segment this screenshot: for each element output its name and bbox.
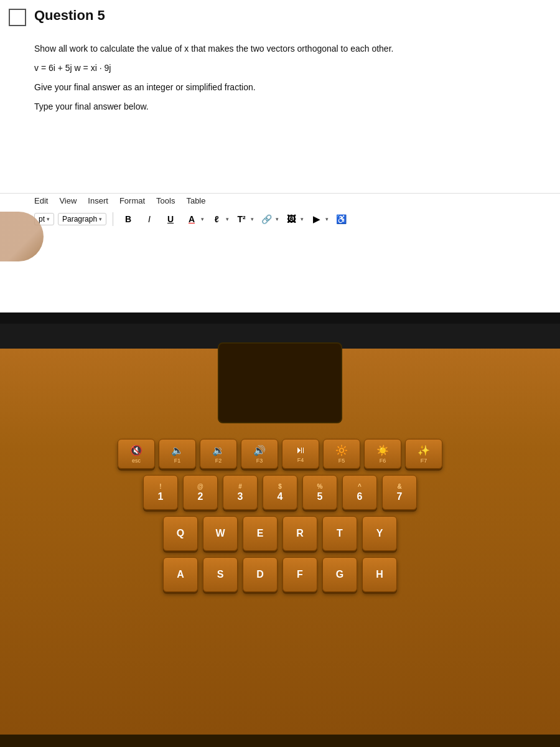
key-f1[interactable]: 🔈 F1 xyxy=(159,439,196,469)
instruction-line3: Give your final answer as an integer or … xyxy=(34,81,541,94)
number-key-row: ! 1 @ 2 # 3 $ 4 % 5 ^ 6 xyxy=(12,475,548,510)
menu-format[interactable]: Format xyxy=(119,196,145,205)
key-5[interactable]: % 5 xyxy=(302,475,337,510)
toolbar-area: Edit View Insert Format Tools Table pt ▾… xyxy=(34,196,554,228)
math-vectors: v = 6i + 5j w = xi · 9j xyxy=(34,62,541,75)
key-2[interactable]: @ 2 xyxy=(183,475,218,510)
accessibility-button[interactable]: ♿ xyxy=(332,210,350,228)
underline-button[interactable]: U xyxy=(162,210,179,228)
key-f3[interactable]: 🔊 F3 xyxy=(241,439,278,469)
fn-key-row: 🔇 esc 🔈 F1 🔉 F2 🔊 F3 ⏯ F4 🔆 F5 xyxy=(12,439,548,469)
text-color-chevron-icon: ▾ xyxy=(201,216,204,222)
mute-icon: 🔇 xyxy=(130,444,142,456)
paragraph-value: Paragraph xyxy=(62,215,97,223)
key-g[interactable]: G xyxy=(322,557,357,592)
keyboard-icon: ✨ xyxy=(418,444,430,456)
volume-icon: 🔉 xyxy=(212,444,225,456)
finger-hint xyxy=(0,212,44,261)
font-size-value: pt xyxy=(39,215,45,223)
key-1[interactable]: ! 1 xyxy=(143,475,178,510)
toolbar-divider xyxy=(0,193,560,194)
format-bar: pt ▾ Paragraph ▾ B I U A ▾ ℓ xyxy=(34,210,554,228)
key-3[interactable]: # 3 xyxy=(223,475,258,510)
laptop-body: 🔇 esc 🔈 F1 🔉 F2 🔊 F3 ⏯ F4 🔆 F5 xyxy=(0,324,560,735)
asdf-key-row: A S D F G H xyxy=(12,557,548,592)
menu-tools[interactable]: Tools xyxy=(156,196,175,205)
toolbar-separator-1 xyxy=(113,212,113,226)
highlight-dropdown[interactable]: ℓ ▾ xyxy=(208,210,229,228)
key-f7[interactable]: ✨ F7 xyxy=(405,439,442,469)
key-q[interactable]: Q xyxy=(163,516,198,551)
key-7[interactable]: & 7 xyxy=(382,475,417,510)
touchpad[interactable] xyxy=(218,342,342,423)
key-h[interactable]: H xyxy=(362,557,397,592)
superscript-label: T² xyxy=(233,210,250,228)
paragraph-dropdown[interactable]: Paragraph ▾ xyxy=(58,213,106,225)
key-f[interactable]: F xyxy=(282,557,317,592)
highlight-icon: ℓ xyxy=(208,210,225,228)
more-icon: ▶ xyxy=(307,210,325,228)
image-icon: 🖼 xyxy=(282,210,300,228)
link-chevron-icon: ▾ xyxy=(276,216,279,222)
key-w[interactable]: W xyxy=(203,516,238,551)
key-4[interactable]: $ 4 xyxy=(263,475,297,510)
key-f4[interactable]: ⏯ F4 xyxy=(282,439,319,469)
key-s[interactable]: S xyxy=(203,557,238,592)
paragraph-chevron-icon: ▾ xyxy=(99,216,102,222)
text-color-a-label: A xyxy=(183,210,200,228)
key-t[interactable]: T xyxy=(322,516,357,551)
menu-table[interactable]: Table xyxy=(186,196,205,205)
more-chevron-icon: ▾ xyxy=(325,216,329,222)
key-y[interactable]: Y xyxy=(362,516,397,551)
keyboard: 🔇 esc 🔈 F1 🔉 F2 🔊 F3 ⏯ F4 🔆 F5 xyxy=(0,439,560,598)
brightness-icon: ☀️ xyxy=(376,444,389,456)
image-dropdown[interactable]: 🖼 ▾ xyxy=(282,210,304,228)
menu-view[interactable]: View xyxy=(59,196,77,205)
brightness-low-icon: 🔆 xyxy=(335,444,348,456)
bold-button[interactable]: B xyxy=(119,210,137,228)
superscript-dropdown[interactable]: T² ▾ xyxy=(233,210,254,228)
question-checkbox[interactable] xyxy=(9,9,26,26)
accessibility-icon: ♿ xyxy=(336,214,347,224)
screen: Question 5 Show all work to calculate th… xyxy=(0,0,560,324)
highlight-chevron-icon: ▾ xyxy=(226,216,229,222)
text-color-dropdown[interactable]: A ▾ xyxy=(183,210,204,228)
play-pause-icon: ⏯ xyxy=(296,444,306,456)
question-body: Show all work to calculate the value of … xyxy=(34,42,541,120)
question-title: Question 5 xyxy=(34,7,105,24)
link-dropdown[interactable]: 🔗 ▾ xyxy=(258,210,279,228)
key-esc[interactable]: 🔇 esc xyxy=(118,439,155,469)
volume-high-icon: 🔊 xyxy=(253,444,266,456)
key-6[interactable]: ^ 6 xyxy=(342,475,377,510)
key-r[interactable]: R xyxy=(282,516,317,551)
qwerty-key-row: Q W E R T Y xyxy=(12,516,548,551)
volume-low-icon: 🔈 xyxy=(171,444,184,456)
key-f5[interactable]: 🔆 F5 xyxy=(323,439,360,469)
image-chevron-icon: ▾ xyxy=(301,216,304,222)
key-f6[interactable]: ☀️ F6 xyxy=(364,439,401,469)
key-d[interactable]: D xyxy=(243,557,278,592)
superscript-chevron-icon: ▾ xyxy=(251,216,254,222)
menu-bar: Edit View Insert Format Tools Table xyxy=(34,196,554,205)
instruction-line1: Show all work to calculate the value of … xyxy=(34,42,541,55)
key-a[interactable]: A xyxy=(163,557,198,592)
link-icon: 🔗 xyxy=(258,210,275,228)
key-e[interactable]: E xyxy=(243,516,278,551)
italic-button[interactable]: I xyxy=(141,210,158,228)
key-f2[interactable]: 🔉 F2 xyxy=(200,439,237,469)
menu-edit[interactable]: Edit xyxy=(34,196,48,205)
instruction-line4: Type your final answer below. xyxy=(34,100,541,113)
more-dropdown[interactable]: ▶ ▾ xyxy=(307,210,329,228)
font-size-chevron-icon: ▾ xyxy=(47,216,50,222)
menu-insert[interactable]: Insert xyxy=(88,196,108,205)
